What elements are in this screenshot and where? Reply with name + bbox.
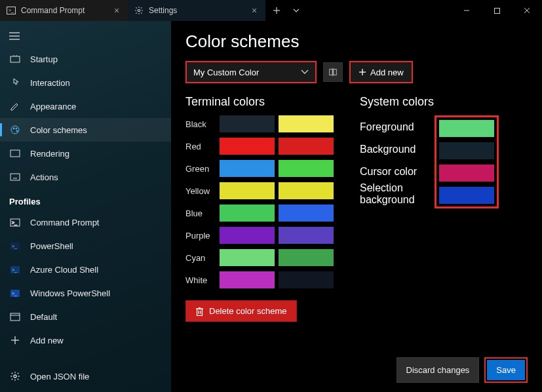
delete-label: Delete color scheme <box>209 306 287 316</box>
color-swatch[interactable] <box>279 160 334 177</box>
color-swatch[interactable] <box>220 227 275 244</box>
close-icon[interactable]: × <box>250 5 259 16</box>
trash-icon <box>195 307 204 316</box>
profile-command-prompt[interactable]: >_ Command Prompt <box>0 210 171 234</box>
rename-scheme-button[interactable] <box>323 62 343 82</box>
color-swatch[interactable] <box>220 115 275 132</box>
sidebar-item-label: Default <box>30 312 57 322</box>
color-swatch[interactable] <box>439 142 494 159</box>
svg-point-15 <box>11 126 19 134</box>
color-swatch[interactable] <box>220 249 275 266</box>
close-icon[interactable]: × <box>112 5 121 16</box>
scheme-select[interactable]: My Custom Color <box>185 61 317 83</box>
terminal-color-label: Green <box>185 164 216 174</box>
hamburger-button[interactable] <box>1 25 28 47</box>
profile-add-new[interactable]: Add new <box>0 328 171 352</box>
color-swatch[interactable] <box>279 182 334 199</box>
terminal-icon: >_ <box>9 216 21 228</box>
sidebar-item-startup[interactable]: Startup <box>0 47 171 71</box>
svg-point-37 <box>14 375 16 378</box>
profiles-header: Profiles <box>0 189 171 210</box>
terminal-icon: >_ <box>7 6 16 15</box>
svg-point-18 <box>16 130 18 132</box>
sidebar-item-label: Open JSON file <box>30 372 89 382</box>
profile-default[interactable]: Default <box>0 305 171 328</box>
color-swatch[interactable] <box>220 160 275 177</box>
minimize-button[interactable] <box>452 0 482 21</box>
color-swatch[interactable] <box>220 182 275 199</box>
startup-icon <box>9 53 21 65</box>
terminal-color-label: White <box>185 275 216 285</box>
palette-icon <box>9 124 21 136</box>
gear-icon <box>9 370 21 382</box>
terminal-colors-section: Terminal colors BlackRedGreenYellowBlueP… <box>185 95 334 288</box>
terminal-color-label: Black <box>185 119 216 129</box>
delete-scheme-button[interactable]: Delete color scheme <box>185 300 297 322</box>
svg-rect-19 <box>10 150 20 157</box>
system-colors-title: System colors <box>360 95 499 109</box>
color-swatch[interactable] <box>279 271 334 288</box>
profile-powershell[interactable]: >_ PowerShell <box>0 234 171 258</box>
system-color-label: Foreground <box>360 119 438 136</box>
color-swatch[interactable] <box>220 138 275 155</box>
tab-settings[interactable]: Settings × <box>128 0 265 21</box>
system-color-label: Selection background <box>360 186 438 203</box>
scheme-controls: My Custom Color Add new <box>185 61 528 83</box>
title-bar: >_ Command Prompt × Settings × <box>0 0 542 21</box>
default-icon <box>9 311 21 323</box>
tab-dropdown-button[interactable] <box>288 0 305 21</box>
add-new-label: Add new <box>370 68 404 77</box>
svg-text:>_: >_ <box>9 8 14 13</box>
new-tab-button[interactable] <box>265 0 288 21</box>
color-swatch[interactable] <box>439 187 494 204</box>
sidebar-item-color-schemes[interactable]: Color schemes <box>0 118 171 142</box>
tab-command-prompt[interactable]: >_ Command Prompt × <box>0 0 128 21</box>
svg-text:>_: >_ <box>12 267 17 273</box>
close-window-button[interactable] <box>512 0 542 21</box>
sidebar-item-label: Windows PowerShell <box>30 288 110 298</box>
main-panel: Color schemes My Custom Color Add new Te… <box>171 21 542 392</box>
sidebar-item-label: Actions <box>30 172 58 182</box>
appearance-icon <box>9 100 21 112</box>
window-controls <box>452 0 542 21</box>
page-title: Color schemes <box>185 31 528 52</box>
sidebar-item-appearance[interactable]: Appearance <box>0 94 171 118</box>
profile-windows-powershell[interactable]: >_ Windows PowerShell <box>0 281 171 305</box>
system-colors-section: System colors ForegroundBackgroundCursor… <box>360 95 499 288</box>
sidebar-item-interaction[interactable]: Interaction <box>0 71 171 94</box>
plus-icon <box>358 68 366 76</box>
sidebar-item-rendering[interactable]: Rendering <box>0 142 171 165</box>
sidebar-item-label: Color schemes <box>30 125 87 135</box>
powershell-icon: >_ <box>9 287 21 299</box>
keyboard-icon <box>9 171 21 183</box>
system-color-label: Background <box>360 141 438 158</box>
color-swatch[interactable] <box>279 249 334 266</box>
color-swatch[interactable] <box>279 205 334 222</box>
color-swatch[interactable] <box>220 271 275 288</box>
add-new-scheme-button[interactable]: Add new <box>349 61 413 83</box>
color-swatch[interactable] <box>279 138 334 155</box>
color-swatch[interactable] <box>220 205 275 222</box>
save-button[interactable]: Save <box>487 360 525 380</box>
open-json-file[interactable]: Open JSON file <box>0 364 171 388</box>
color-swatch[interactable] <box>439 120 494 137</box>
color-swatch[interactable] <box>279 227 334 244</box>
color-swatch[interactable] <box>439 165 494 182</box>
svg-rect-12 <box>10 56 20 62</box>
maximize-button[interactable] <box>482 0 512 21</box>
terminal-color-label: Blue <box>185 208 216 218</box>
sidebar: Startup Interaction Appearance Color sch… <box>0 21 171 392</box>
profile-azure-cloud-shell[interactable]: >_ Azure Cloud Shell <box>0 258 171 281</box>
sidebar-item-actions[interactable]: Actions <box>0 165 171 189</box>
sidebar-item-label: Appearance <box>30 102 76 111</box>
sidebar-item-label: PowerShell <box>30 241 73 251</box>
svg-rect-43 <box>197 309 203 315</box>
svg-point-2 <box>138 9 140 12</box>
terminal-colors-title: Terminal colors <box>185 95 334 109</box>
sidebar-item-label: Interaction <box>30 78 70 88</box>
svg-rect-38 <box>330 69 332 75</box>
azure-icon: >_ <box>9 264 21 275</box>
color-swatch[interactable] <box>279 115 334 132</box>
discard-button[interactable]: Discard changes <box>397 357 480 383</box>
footer: Discard changes Save <box>185 348 528 383</box>
